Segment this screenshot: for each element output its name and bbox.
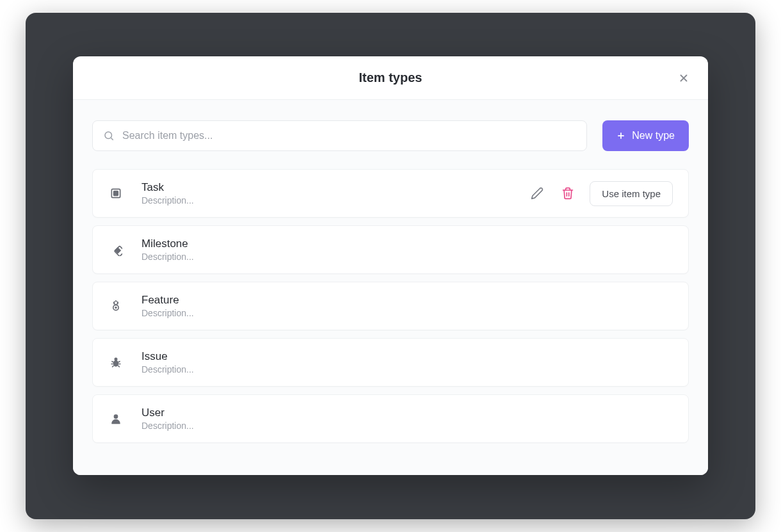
delete-button[interactable]	[559, 184, 577, 202]
pencil-icon	[531, 187, 543, 200]
modal-title: Item types	[359, 70, 423, 85]
trash-icon	[561, 187, 574, 200]
bug-icon	[108, 355, 124, 370]
item-type-name: Issue	[141, 350, 673, 363]
svg-rect-7	[114, 191, 118, 196]
modal-body: New type Task Description...	[73, 100, 708, 475]
new-type-button[interactable]: New type	[602, 120, 689, 151]
svg-line-3	[111, 138, 113, 140]
item-type-info: Milestone Description...	[141, 238, 673, 262]
svg-line-19	[118, 366, 120, 367]
item-types-modal: Item types New type Task Descri	[73, 56, 708, 475]
item-type-description: Description...	[141, 364, 673, 375]
svg-point-20	[114, 414, 118, 419]
item-type-info: Task Description...	[141, 181, 528, 206]
svg-point-2	[105, 132, 112, 139]
edit-button[interactable]	[528, 184, 546, 202]
item-type-info: User Description...	[141, 407, 673, 431]
search-icon	[103, 130, 115, 141]
plus-icon	[616, 131, 625, 140]
item-type-row-user[interactable]: User Description...	[92, 394, 689, 443]
item-type-name: User	[141, 407, 673, 419]
milestone-icon	[108, 242, 124, 257]
item-type-row-task[interactable]: Task Description... Use item type	[92, 169, 689, 218]
item-type-list: Task Description... Use item type	[92, 169, 689, 443]
item-type-info: Issue Description...	[141, 350, 673, 375]
use-item-type-button[interactable]: Use item type	[590, 181, 673, 206]
user-icon	[108, 411, 124, 426]
item-type-description: Description...	[141, 308, 673, 318]
svg-point-13	[115, 358, 118, 361]
item-type-name: Task	[141, 181, 528, 194]
svg-line-14	[111, 361, 113, 362]
item-type-description: Description...	[141, 252, 673, 262]
new-type-label: New type	[632, 130, 675, 141]
search-field[interactable]	[92, 120, 587, 151]
item-type-row-milestone[interactable]: Milestone Description...	[92, 225, 689, 274]
svg-line-15	[118, 361, 120, 362]
item-type-description: Description...	[141, 421, 673, 431]
item-type-info: Feature Description...	[141, 294, 673, 318]
svg-line-18	[112, 366, 114, 367]
item-type-row-feature[interactable]: Feature Description...	[92, 282, 689, 330]
close-icon	[678, 72, 689, 84]
task-icon	[108, 186, 124, 201]
search-input[interactable]	[122, 130, 576, 141]
toolbar: New type	[92, 120, 689, 151]
item-type-row-issue[interactable]: Issue Description...	[92, 338, 689, 387]
close-button[interactable]	[675, 69, 693, 87]
svg-point-12	[113, 360, 118, 367]
item-type-actions: Use item type	[528, 181, 673, 206]
svg-point-11	[115, 307, 117, 309]
item-type-name: Milestone	[141, 238, 673, 250]
item-type-name: Feature	[141, 294, 673, 307]
item-type-description: Description...	[141, 195, 528, 206]
feature-icon	[108, 298, 124, 314]
modal-header: Item types	[73, 56, 708, 100]
